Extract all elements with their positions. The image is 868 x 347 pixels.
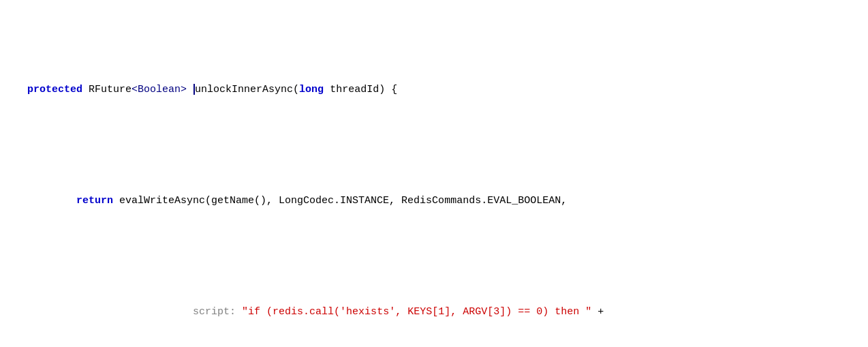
code-line-2: return evalWriteAsync(getName(), LongCod… xyxy=(0,177,868,225)
code-line-3: script: "if (redis.call('hexists', KEYS[… xyxy=(0,288,868,336)
code-line-1: protected RFuture<Boolean> unlockInnerAs… xyxy=(0,66,868,114)
keyword-protected: protected xyxy=(27,84,82,95)
script-label: script: xyxy=(193,306,236,318)
code-block: protected RFuture<Boolean> unlockInnerAs… xyxy=(0,0,868,347)
